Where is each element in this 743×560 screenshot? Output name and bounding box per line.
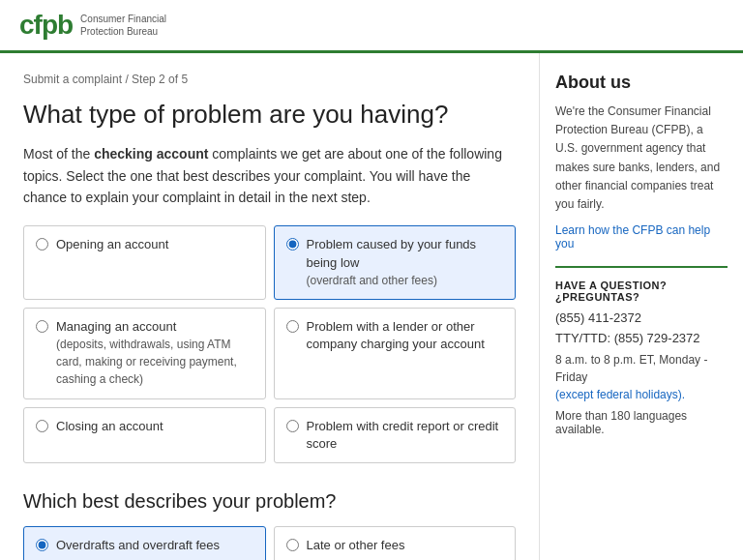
main-layout: Submit a complaint / Step 2 of 5 What ty…: [0, 53, 743, 560]
about-us-text: We're the Consumer Financial Protection …: [555, 103, 728, 214]
label-credit: Problem with credit report or credit sco…: [307, 418, 504, 453]
radio-lender[interactable]: [286, 320, 299, 333]
problem-option-lender[interactable]: Problem with a lender or other company c…: [274, 308, 517, 399]
sidebar: About us We're the Consumer Financial Pr…: [540, 53, 743, 560]
radio-credit[interactable]: [286, 420, 299, 432]
radio-closing[interactable]: [36, 420, 48, 432]
sub-option-late-fees[interactable]: Late or other fees: [274, 526, 517, 560]
problem-option-managing[interactable]: Managing an account(deposits, withdrawal…: [23, 308, 266, 399]
sub-section-title: Which best describes your problem?: [23, 490, 516, 513]
site-header: cfpb Consumer Financial Protection Burea…: [0, 0, 743, 53]
logo-container: cfpb Consumer Financial Protection Burea…: [19, 10, 166, 41]
label-managing: Managing an account(deposits, withdrawal…: [56, 318, 253, 389]
about-us-title: About us: [555, 73, 728, 93]
label-funds-low: Problem caused by your funds being low(o…: [307, 236, 504, 289]
phone-tty: TTY/TTD: (855) 729-2372: [555, 331, 728, 345]
content-area: Submit a complaint / Step 2 of 5 What ty…: [0, 53, 540, 560]
label-closing: Closing an account: [56, 418, 163, 435]
problem-option-funds-low[interactable]: Problem caused by your funds being low(o…: [274, 225, 517, 300]
label-overdrafts: Overdrafts and overdraft fees: [56, 537, 220, 554]
hours-text: 8 a.m. to 8 p.m. ET, Monday - Friday (ex…: [555, 351, 728, 403]
bureau-name: Consumer Financial Protection Bureau: [80, 13, 166, 38]
label-late-fees: Late or other fees: [307, 537, 405, 554]
label-lender: Problem with a lender or other company c…: [307, 318, 504, 353]
phone-primary: (855) 411-2372: [555, 310, 728, 325]
problem-options-grid: Opening an account Problem caused by you…: [23, 225, 516, 463]
radio-funds-low[interactable]: [286, 238, 299, 251]
problem-option-credit[interactable]: Problem with credit report or credit sco…: [274, 407, 517, 463]
problem-option-opening[interactable]: Opening an account: [23, 225, 266, 300]
radio-overdrafts[interactable]: [36, 539, 48, 551]
about-us-link[interactable]: Learn how the CFPB can help you: [555, 223, 728, 251]
radio-late-fees[interactable]: [286, 539, 299, 551]
question-label: HAVE A QUESTION? ¿PREGUNTAS?: [555, 280, 728, 303]
problem-option-closing[interactable]: Closing an account: [23, 407, 266, 463]
sidebar-divider: [555, 266, 728, 268]
radio-managing[interactable]: [36, 320, 48, 333]
breadcrumb: Submit a complaint / Step 2 of 5: [23, 73, 516, 86]
sub-option-overdrafts[interactable]: Overdrafts and overdraft fees: [23, 526, 266, 560]
intro-text: Most of the checking account complaints …: [23, 143, 516, 208]
sub-options-grid: Overdrafts and overdraft fees Late or ot…: [23, 526, 516, 560]
languages-text: More than 180 languages available.: [555, 409, 728, 436]
cfpb-logo[interactable]: cfpb: [19, 10, 73, 41]
page-title: What type of problem are you having?: [23, 100, 516, 130]
holidays-link[interactable]: (except federal holidays).: [555, 388, 685, 401]
label-opening: Opening an account: [56, 236, 168, 253]
radio-opening[interactable]: [36, 238, 48, 251]
